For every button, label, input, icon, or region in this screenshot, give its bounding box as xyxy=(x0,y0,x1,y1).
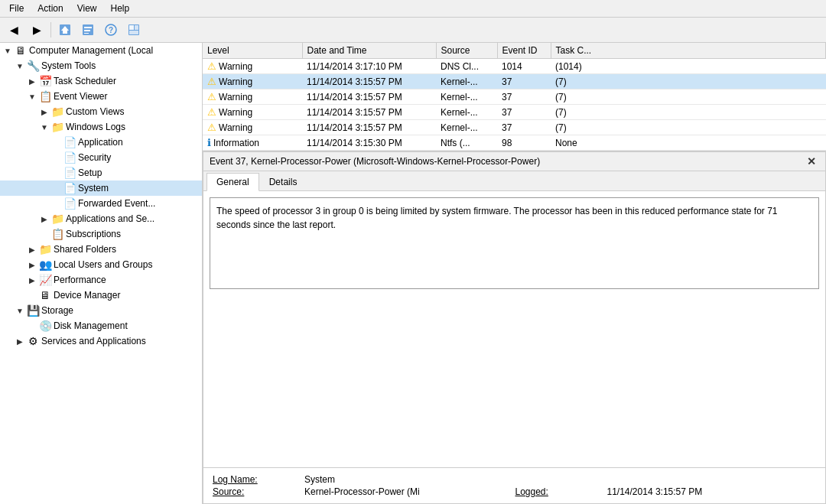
cell-task: None xyxy=(551,135,826,151)
help-button[interactable]: ? xyxy=(100,20,122,40)
sidebar-item-shared-folders[interactable]: ▶ 📁 Shared Folders xyxy=(0,242,202,257)
event-detail-close-button[interactable]: ✕ xyxy=(804,155,819,167)
cell-level: ⚠Warning xyxy=(203,120,302,135)
sidebar-item-local-users[interactable]: ▶ 👥 Local Users and Groups xyxy=(0,257,202,272)
col-source[interactable]: Source xyxy=(436,43,497,59)
sidebar-item-task-scheduler[interactable]: ▶ 📅 Task Scheduler xyxy=(0,73,202,89)
performance-icon: 📈 xyxy=(38,274,52,286)
up-button[interactable] xyxy=(54,20,76,40)
menu-action[interactable]: Action xyxy=(31,2,69,15)
col-datetime[interactable]: Date and Time xyxy=(302,43,436,59)
cell-datetime: 11/14/2014 3:17:10 PM xyxy=(302,59,436,74)
menu-help[interactable]: Help xyxy=(105,2,136,15)
view-button[interactable] xyxy=(123,20,145,40)
cell-eventid: 37 xyxy=(497,120,551,135)
storage-arrow: ▼ xyxy=(14,307,26,315)
logged-label: Logged: xyxy=(515,486,607,497)
subscriptions-icon: 📋 xyxy=(50,228,64,240)
cell-task: (1014) xyxy=(551,59,826,74)
sidebar-item-performance[interactable]: ▶ 📈 Performance xyxy=(0,272,202,288)
sidebar-item-services-apps[interactable]: ▶ ⚙ Services and Applications xyxy=(0,333,202,349)
menu-view[interactable]: View xyxy=(71,2,103,15)
table-row[interactable]: ⚠Warning 11/14/2014 3:15:57 PM Kernel-..… xyxy=(203,105,826,120)
windows-logs-arrow: ▼ xyxy=(38,123,50,132)
sidebar-item-event-viewer[interactable]: ▼ 📋 Event Viewer xyxy=(0,89,202,104)
task-scheduler-arrow: ▶ xyxy=(26,77,38,86)
sidebar-item-system-tools[interactable]: ▼ 🔧 System Tools xyxy=(0,58,202,73)
tab-details[interactable]: Details xyxy=(259,173,307,190)
sidebar-item-apps-services[interactable]: ▶ 📁 Applications and Se... xyxy=(0,211,202,226)
properties-button[interactable] xyxy=(77,20,99,40)
event-viewer-label: Event Viewer xyxy=(54,91,107,102)
table-row[interactable]: ⚠Warning 11/14/2014 3:15:57 PM Kernel-..… xyxy=(203,89,826,105)
cell-datetime: 11/14/2014 3:15:57 PM xyxy=(302,89,436,105)
help-icon: ? xyxy=(104,23,118,37)
sidebar: ▼ 🖥 Computer Management (Local ▼ 🔧 Syste… xyxy=(0,43,203,504)
toolbar: ◀ ▶ ? xyxy=(0,18,826,43)
cell-eventid: 37 xyxy=(497,74,551,89)
sidebar-item-storage[interactable]: ▼ 💾 Storage xyxy=(0,303,202,318)
cell-datetime: 11/14/2014 3:15:57 PM xyxy=(302,120,436,135)
sidebar-root[interactable]: ▼ 🖥 Computer Management (Local xyxy=(0,43,202,58)
performance-arrow: ▶ xyxy=(26,276,38,285)
services-apps-icon: ⚙ xyxy=(26,335,40,347)
cell-task: (7) xyxy=(551,89,826,105)
svg-rect-11 xyxy=(135,25,138,30)
computer-icon: 🖥 xyxy=(14,44,28,57)
event-detail-panel: Event 37, Kernel-Processor-Power (Micros… xyxy=(203,151,826,504)
table-row[interactable]: ⚠Warning 11/14/2014 3:17:10 PM DNS Cl...… xyxy=(203,59,826,74)
sidebar-item-disk-management[interactable]: 💿 Disk Management xyxy=(0,318,202,333)
sidebar-item-security[interactable]: 📄 Security xyxy=(0,150,202,165)
level-text: Warning xyxy=(219,76,252,87)
menu-file[interactable]: File xyxy=(3,2,30,15)
svg-rect-4 xyxy=(84,27,92,28)
shared-folders-arrow: ▶ xyxy=(26,245,38,254)
storage-icon: 💾 xyxy=(26,304,40,317)
log-info-section: Log Name: System Source: Kernel-Processo… xyxy=(203,467,825,503)
shared-folders-label: Shared Folders xyxy=(54,244,116,255)
sidebar-item-subscriptions[interactable]: 📋 Subscriptions xyxy=(0,226,202,242)
cell-task: (7) xyxy=(551,105,826,120)
disk-management-label: Disk Management xyxy=(54,320,128,331)
forward-button[interactable]: ▶ xyxy=(26,20,47,40)
col-eventid[interactable]: Event ID xyxy=(497,43,551,59)
col-task[interactable]: Task C... xyxy=(551,43,826,59)
services-apps-arrow: ▶ xyxy=(14,337,26,346)
windows-logs-icon: 📁 xyxy=(50,121,64,133)
sidebar-item-windows-logs[interactable]: ▼ 📁 Windows Logs xyxy=(0,119,202,135)
cell-level: ℹInformation xyxy=(203,135,302,151)
event-detail-header: Event 37, Kernel-Processor-Power (Micros… xyxy=(203,152,825,171)
svg-text:?: ? xyxy=(109,26,113,34)
table-row[interactable]: ⚠Warning 11/14/2014 3:15:57 PM Kernel-..… xyxy=(203,120,826,135)
sidebar-item-system[interactable]: 📄 System xyxy=(0,180,202,196)
menubar: File Action View Help xyxy=(0,0,826,18)
cell-eventid: 37 xyxy=(497,89,551,105)
sidebar-item-setup[interactable]: 📄 Setup xyxy=(0,165,202,180)
up-icon xyxy=(58,23,72,37)
cell-task: (7) xyxy=(551,120,826,135)
detail-content: The speed of processor 3 in group 0 is b… xyxy=(203,191,825,467)
svg-rect-5 xyxy=(84,30,90,31)
back-button[interactable]: ◀ xyxy=(3,20,24,40)
sidebar-item-device-manager[interactable]: 🖥 Device Manager xyxy=(0,288,202,303)
event-viewer-icon: 📋 xyxy=(38,90,52,102)
properties-icon xyxy=(81,23,95,37)
tab-general[interactable]: General xyxy=(206,173,259,191)
root-arrow: ▼ xyxy=(2,47,14,55)
apps-services-arrow: ▶ xyxy=(38,215,50,223)
cell-source: Ntfs (... xyxy=(436,135,497,151)
col-level[interactable]: Level xyxy=(203,43,302,59)
root-label: Computer Management (Local xyxy=(29,45,153,56)
tab-bar: General Details xyxy=(203,171,825,191)
table-row[interactable]: ⚠Warning 11/14/2014 3:15:57 PM Kernel-..… xyxy=(203,74,826,89)
sidebar-item-custom-views[interactable]: ▶ 📁 Custom Views xyxy=(0,104,202,119)
sidebar-item-application[interactable]: 📄 Application xyxy=(0,135,202,150)
table-row[interactable]: ℹInformation 11/14/2014 3:15:30 PM Ntfs … xyxy=(203,135,826,151)
system-tools-arrow: ▼ xyxy=(14,62,26,70)
cell-datetime: 11/14/2014 3:15:30 PM xyxy=(302,135,436,151)
cell-datetime: 11/14/2014 3:15:57 PM xyxy=(302,74,436,89)
info-icon: ℹ xyxy=(207,137,211,148)
security-icon: 📄 xyxy=(63,151,76,164)
sidebar-item-forwarded-events[interactable]: 📄 Forwarded Event... xyxy=(0,196,202,211)
event-table-container: Level Date and Time Source Event ID Task… xyxy=(203,43,826,151)
